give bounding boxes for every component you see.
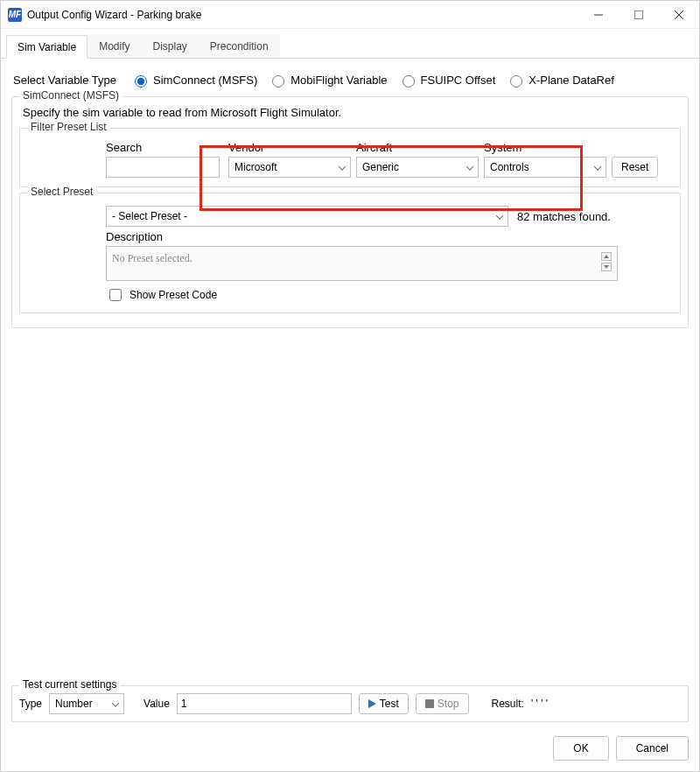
tab-bar: Sim Variable Modify Display Precondition — [1, 29, 699, 59]
filter-row: Search Vendor Microsoft Aircraft Generic — [27, 137, 673, 179]
test-value-label: Value — [144, 698, 170, 710]
aircraft-select[interactable]: Generic — [356, 157, 479, 178]
tab-precondition[interactable]: Precondition — [199, 34, 280, 58]
filter-legend: Filter Preset List — [27, 121, 110, 133]
stop-button[interactable]: Stop — [416, 693, 469, 714]
search-input[interactable] — [106, 157, 220, 178]
radio-fsuipc-input[interactable] — [402, 75, 415, 88]
preset-row: - Select Preset - 82 matches found. — [106, 206, 673, 227]
minimize-button[interactable] — [578, 1, 619, 29]
variable-type-label: Select Variable Type — [13, 74, 116, 87]
test-value-input[interactable] — [177, 693, 352, 714]
simconnect-instruction: Specify the sim variable to read from Mi… — [23, 106, 681, 119]
tab-modify[interactable]: Modify — [88, 34, 141, 58]
show-code-checkbox[interactable] — [109, 289, 122, 301]
vendor-label: Vendor — [228, 141, 351, 154]
radio-mobiflight[interactable]: MobiFlight Variable — [268, 73, 387, 88]
test-type-label: Type — [19, 698, 42, 710]
system-label: System — [484, 141, 606, 154]
titlebar: MF Output Config Wizard - Parking brake — [1, 1, 699, 29]
test-type-value: Number — [55, 698, 93, 710]
preset-value: - Select Preset - — [112, 210, 187, 222]
system-value: Controls — [490, 161, 529, 173]
radio-xplane-label: X-Plane DataRef — [528, 74, 614, 87]
radio-xplane[interactable]: X-Plane DataRef — [506, 73, 614, 88]
simconnect-group: SimConnect (MSFS) Specify the sim variab… — [11, 96, 689, 328]
test-button[interactable]: Test — [359, 693, 409, 714]
test-button-label: Test — [380, 698, 399, 710]
svg-rect-1 — [635, 11, 643, 18]
show-code-label: Show Preset Code — [130, 289, 217, 301]
show-code-row: Show Preset Code — [106, 286, 673, 304]
test-type-select[interactable]: Number — [49, 693, 124, 714]
radio-mobiflight-label: MobiFlight Variable — [290, 74, 387, 87]
test-row: Type Number Value Test Stop Result: ' ' … — [19, 693, 681, 714]
result-value: ' ' ' ' — [531, 698, 548, 710]
test-group: Test current settings Type Number Value … — [11, 685, 689, 722]
play-icon — [368, 699, 376, 708]
maximize-button[interactable] — [619, 1, 659, 29]
stop-button-label: Stop — [438, 698, 459, 710]
radio-simconnect[interactable]: SimConnect (MSFS) — [130, 73, 257, 88]
description-label: Description — [106, 230, 673, 243]
preset-select[interactable]: - Select Preset - — [106, 206, 508, 227]
simconnect-legend: SimConnect (MSFS) — [19, 89, 122, 102]
window-title: Output Config Wizard - Parking brake — [27, 9, 201, 21]
description-spinner[interactable] — [601, 252, 612, 275]
tab-display[interactable]: Display — [141, 34, 198, 58]
variable-type-row: Select Variable Type SimConnect (MSFS) M… — [13, 73, 689, 88]
vendor-value: Microsoft — [234, 161, 277, 173]
chevron-up-icon[interactable] — [601, 252, 612, 261]
aircraft-label: Aircraft — [356, 141, 479, 154]
tab-sim-variable[interactable]: Sim Variable — [6, 35, 88, 59]
radio-xplane-input[interactable] — [510, 75, 522, 88]
preset-matches: 82 matches found. — [517, 210, 611, 223]
chevron-down-icon[interactable] — [601, 263, 612, 271]
search-label: Search — [106, 141, 199, 154]
app-icon: MF — [8, 8, 22, 22]
vendor-select[interactable]: Microsoft — [228, 157, 351, 178]
select-preset-group: Select Preset - Select Preset - 82 match… — [19, 193, 681, 313]
result-label: Result: — [492, 698, 524, 710]
radio-mobiflight-input[interactable] — [272, 75, 284, 88]
content-area: Select Variable Type SimConnect (MSFS) M… — [1, 59, 699, 685]
stop-icon — [425, 699, 434, 708]
description-text: No Preset selected. — [112, 252, 192, 275]
system-select[interactable]: Controls — [484, 157, 606, 178]
radio-simconnect-input[interactable] — [135, 75, 147, 88]
radio-fsuipc-label: FSUIPC Offset — [421, 74, 496, 87]
radio-simconnect-label: SimConnect (MSFS) — [153, 74, 257, 87]
filter-group: Filter Preset List Search Vendor Microso… — [19, 128, 681, 187]
select-preset-legend: Select Preset — [27, 186, 96, 198]
description-box: No Preset selected. — [106, 246, 618, 281]
close-button[interactable] — [659, 1, 699, 29]
dialog-footer: OK Cancel — [1, 729, 699, 771]
radio-fsuipc[interactable]: FSUIPC Offset — [398, 73, 496, 88]
ok-button[interactable]: OK — [553, 736, 608, 761]
reset-button[interactable]: Reset — [612, 157, 658, 178]
test-legend: Test current settings — [19, 678, 120, 691]
cancel-button[interactable]: Cancel — [616, 736, 689, 761]
aircraft-value: Generic — [362, 161, 399, 173]
